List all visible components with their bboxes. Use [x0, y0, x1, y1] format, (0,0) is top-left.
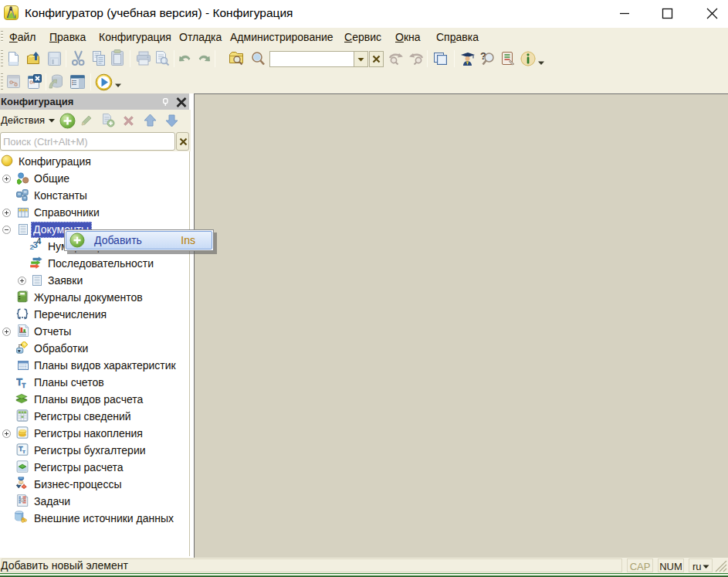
svg-text:т: т [22, 380, 26, 389]
svg-text:т: т [22, 448, 25, 455]
svg-text:4: 4 [37, 238, 42, 246]
